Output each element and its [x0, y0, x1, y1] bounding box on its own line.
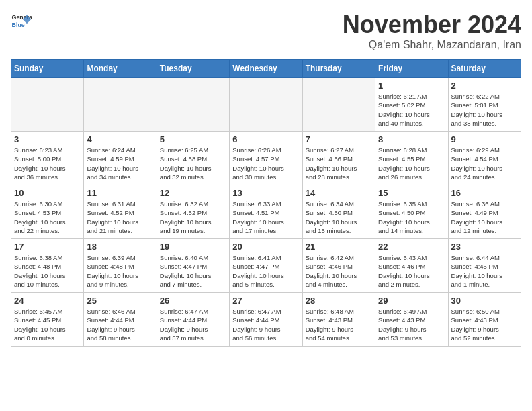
day-info: Sunrise: 6:44 AM Sunset: 4:45 PM Dayligh… [451, 253, 518, 289]
calendar-cell: 1Sunrise: 6:21 AM Sunset: 5:02 PM Daylig… [375, 78, 448, 132]
calendar-cell: 26Sunrise: 6:47 AM Sunset: 4:44 PM Dayli… [157, 293, 229, 347]
logo: General Blue [11, 11, 32, 32]
day-number: 14 [306, 188, 372, 198]
calendar-cell: 5Sunrise: 6:25 AM Sunset: 4:58 PM Daylig… [157, 132, 229, 185]
header-friday: Friday [375, 60, 448, 78]
day-info: Sunrise: 6:24 AM Sunset: 4:59 PM Dayligh… [87, 146, 153, 181]
header-thursday: Thursday [302, 60, 375, 78]
header-sunday: Sunday [11, 60, 84, 78]
calendar-cell: 28Sunrise: 6:48 AM Sunset: 4:43 PM Dayli… [302, 293, 375, 347]
day-number: 1 [378, 81, 445, 91]
day-info: Sunrise: 6:35 AM Sunset: 4:50 PM Dayligh… [378, 199, 445, 235]
header-wednesday: Wednesday [230, 60, 302, 78]
calendar-cell [84, 78, 157, 132]
day-number: 27 [232, 295, 299, 306]
day-info: Sunrise: 6:43 AM Sunset: 4:46 PM Dayligh… [378, 253, 445, 289]
calendar-cell [11, 78, 84, 132]
calendar-cell: 9Sunrise: 6:29 AM Sunset: 4:54 PM Daylig… [448, 132, 521, 185]
header-tuesday: Tuesday [157, 60, 229, 78]
day-info: Sunrise: 6:47 AM Sunset: 4:44 PM Dayligh… [160, 307, 226, 342]
day-info: Sunrise: 6:40 AM Sunset: 4:47 PM Dayligh… [160, 253, 226, 289]
day-number: 29 [378, 295, 445, 306]
calendar-cell: 19Sunrise: 6:40 AM Sunset: 4:47 PM Dayli… [157, 239, 229, 293]
header-row: Sunday Monday Tuesday Wednesday Thursday… [11, 60, 521, 78]
calendar-cell: 2Sunrise: 6:22 AM Sunset: 5:01 PM Daylig… [448, 78, 521, 132]
day-info: Sunrise: 6:28 AM Sunset: 4:55 PM Dayligh… [378, 146, 445, 181]
day-info: Sunrise: 6:38 AM Sunset: 4:48 PM Dayligh… [14, 253, 81, 289]
calendar-cell: 29Sunrise: 6:49 AM Sunset: 4:43 PM Dayli… [375, 293, 448, 347]
calendar-cell [302, 78, 375, 132]
day-number: 18 [87, 242, 153, 252]
day-number: 25 [87, 295, 153, 306]
day-number: 20 [232, 242, 299, 252]
day-number: 12 [160, 188, 226, 198]
calendar-cell: 24Sunrise: 6:45 AM Sunset: 4:45 PM Dayli… [11, 293, 84, 347]
day-info: Sunrise: 6:25 AM Sunset: 4:58 PM Dayligh… [160, 146, 226, 181]
day-info: Sunrise: 6:39 AM Sunset: 4:48 PM Dayligh… [87, 253, 153, 289]
day-number: 26 [160, 295, 226, 306]
day-number: 16 [451, 188, 518, 198]
day-info: Sunrise: 6:34 AM Sunset: 4:50 PM Dayligh… [306, 199, 372, 235]
day-number: 17 [14, 242, 81, 252]
calendar-cell [230, 78, 302, 132]
calendar-cell: 12Sunrise: 6:32 AM Sunset: 4:52 PM Dayli… [157, 185, 229, 239]
calendar-cell: 27Sunrise: 6:47 AM Sunset: 4:44 PM Dayli… [230, 293, 302, 347]
day-number: 24 [14, 295, 81, 306]
day-info: Sunrise: 6:29 AM Sunset: 4:54 PM Dayligh… [451, 146, 518, 181]
day-number: 6 [232, 134, 299, 144]
day-info: Sunrise: 6:31 AM Sunset: 4:52 PM Dayligh… [87, 199, 153, 235]
calendar-table: Sunday Monday Tuesday Wednesday Thursday… [11, 59, 521, 347]
header-monday: Monday [84, 60, 157, 78]
day-info: Sunrise: 6:48 AM Sunset: 4:43 PM Dayligh… [306, 307, 372, 342]
calendar-cell: 8Sunrise: 6:28 AM Sunset: 4:55 PM Daylig… [375, 132, 448, 185]
day-number: 2 [451, 81, 518, 91]
calendar-week-3: 10Sunrise: 6:30 AM Sunset: 4:53 PM Dayli… [11, 185, 521, 239]
day-number: 21 [306, 242, 372, 252]
calendar-cell: 7Sunrise: 6:27 AM Sunset: 4:56 PM Daylig… [302, 132, 375, 185]
calendar-week-2: 3Sunrise: 6:23 AM Sunset: 5:00 PM Daylig… [11, 132, 521, 185]
day-info: Sunrise: 6:21 AM Sunset: 5:02 PM Dayligh… [378, 92, 445, 128]
calendar-week-4: 17Sunrise: 6:38 AM Sunset: 4:48 PM Dayli… [11, 239, 521, 293]
calendar-cell: 14Sunrise: 6:34 AM Sunset: 4:50 PM Dayli… [302, 185, 375, 239]
day-info: Sunrise: 6:32 AM Sunset: 4:52 PM Dayligh… [160, 199, 226, 235]
calendar-cell: 16Sunrise: 6:36 AM Sunset: 4:49 PM Dayli… [448, 185, 521, 239]
calendar-cell: 15Sunrise: 6:35 AM Sunset: 4:50 PM Dayli… [375, 185, 448, 239]
calendar-cell: 11Sunrise: 6:31 AM Sunset: 4:52 PM Dayli… [84, 185, 157, 239]
day-number: 3 [14, 134, 81, 144]
day-info: Sunrise: 6:26 AM Sunset: 4:57 PM Dayligh… [232, 146, 299, 181]
day-number: 4 [87, 134, 153, 144]
day-number: 30 [451, 295, 518, 306]
svg-text:Blue: Blue [12, 21, 25, 28]
calendar-body: 1Sunrise: 6:21 AM Sunset: 5:02 PM Daylig… [11, 78, 521, 347]
day-info: Sunrise: 6:45 AM Sunset: 4:45 PM Dayligh… [14, 307, 81, 342]
day-info: Sunrise: 6:41 AM Sunset: 4:47 PM Dayligh… [232, 253, 299, 289]
day-info: Sunrise: 6:46 AM Sunset: 4:44 PM Dayligh… [87, 307, 153, 342]
day-number: 15 [378, 188, 445, 198]
logo-icon: General Blue [11, 11, 32, 32]
month-title: November 2024 [343, 11, 521, 39]
day-number: 10 [14, 188, 81, 198]
header-saturday: Saturday [448, 60, 521, 78]
title-area: November 2024 Qa'em Shahr, Mazandaran, I… [343, 11, 521, 51]
header: General Blue November 2024 Qa'em Shahr, … [11, 11, 521, 51]
calendar-cell: 18Sunrise: 6:39 AM Sunset: 4:48 PM Dayli… [84, 239, 157, 293]
day-info: Sunrise: 6:36 AM Sunset: 4:49 PM Dayligh… [451, 199, 518, 235]
day-number: 23 [451, 242, 518, 252]
day-info: Sunrise: 6:23 AM Sunset: 5:00 PM Dayligh… [14, 146, 81, 181]
calendar-cell: 17Sunrise: 6:38 AM Sunset: 4:48 PM Dayli… [11, 239, 84, 293]
day-number: 28 [306, 295, 372, 306]
day-info: Sunrise: 6:47 AM Sunset: 4:44 PM Dayligh… [232, 307, 299, 342]
day-number: 22 [378, 242, 445, 252]
day-number: 7 [306, 134, 372, 144]
day-number: 9 [451, 134, 518, 144]
calendar-header: Sunday Monday Tuesday Wednesday Thursday… [11, 60, 521, 78]
day-info: Sunrise: 6:27 AM Sunset: 4:56 PM Dayligh… [306, 146, 372, 181]
calendar-cell: 6Sunrise: 6:26 AM Sunset: 4:57 PM Daylig… [230, 132, 302, 185]
day-info: Sunrise: 6:42 AM Sunset: 4:46 PM Dayligh… [306, 253, 372, 289]
calendar-cell: 22Sunrise: 6:43 AM Sunset: 4:46 PM Dayli… [375, 239, 448, 293]
location-title: Qa'em Shahr, Mazandaran, Iran [343, 39, 521, 51]
day-info: Sunrise: 6:33 AM Sunset: 4:51 PM Dayligh… [232, 199, 299, 235]
calendar-cell: 4Sunrise: 6:24 AM Sunset: 4:59 PM Daylig… [84, 132, 157, 185]
calendar-week-5: 24Sunrise: 6:45 AM Sunset: 4:45 PM Dayli… [11, 293, 521, 347]
day-info: Sunrise: 6:22 AM Sunset: 5:01 PM Dayligh… [451, 92, 518, 128]
